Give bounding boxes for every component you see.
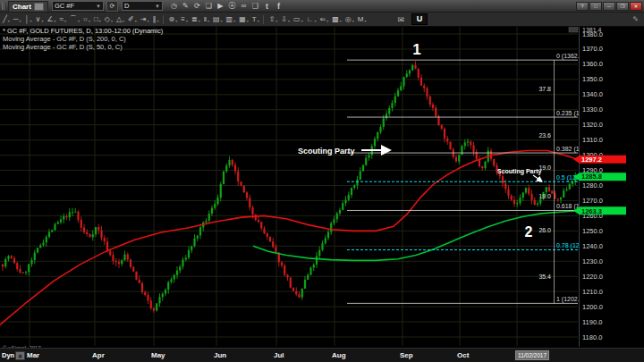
current-date-badge: 11/02/2017 — [515, 350, 549, 360]
tool-caret-icon: ▾ — [326, 19, 328, 24]
triangle-tool[interactable]: △▾ — [115, 14, 125, 24]
vertical-line-tool[interactable]: │▾ — [24, 14, 33, 24]
play-icon[interactable]: ▶ — [215, 2, 226, 10]
link-icon[interactable]: ∞ — [238, 2, 250, 10]
symbol-lookup-icon[interactable]: ⟳ — [106, 1, 118, 12]
interval-combo[interactable]: D ▼ — [122, 1, 163, 11]
price-axis-label: 1200.0 — [582, 303, 603, 311]
pencil-icon[interactable]: ✎ — [180, 2, 191, 10]
time-axis[interactable]: Dyn ▦ 11/02/2017 MarAprMayJunJulAugSepOc… — [0, 348, 644, 362]
horizontal-line-tool-icon: ─ — [13, 15, 19, 24]
grid-tool[interactable]: ▩▾ — [331, 14, 343, 24]
tool-caret-icon: ▾ — [157, 19, 159, 24]
note-tool[interactable]: ✉ — [398, 15, 405, 24]
zigzag-tool[interactable]: ∨▾ — [35, 14, 45, 24]
price-chart[interactable]: 0 (1362.8)0.235 (1325.1)0.382 (1301.5)0.… — [0, 0, 644, 362]
rectangle-tool[interactable]: □▾ — [93, 14, 102, 24]
annotation-text[interactable]: Scouting Party — [298, 147, 355, 156]
pattern-tool[interactable]: M▾ — [357, 14, 368, 24]
wave-tool[interactable]: ≈▾ — [59, 14, 67, 24]
symbol-combo[interactable]: GC #F ▼ — [52, 1, 104, 11]
tool-caret-icon: ▾ — [123, 19, 124, 24]
chart-title: * GC #F, GOLD FUTURES, D, 13:00-12:00 (D… — [3, 27, 163, 35]
toolbar-icons: ◷✎⟳❏▶Ⓐ∞❑tf — [168, 1, 284, 11]
quote-icon[interactable]: ❏ — [203, 2, 215, 10]
tool-caret-icon: ▾ — [8, 19, 10, 24]
tool-caret-icon: ▾ — [78, 19, 80, 24]
maximize-button[interactable]: □ — [589, 2, 602, 11]
chart-tab[interactable]: Chart — [8, 1, 48, 12]
arrow-up-tool[interactable]: ⇧▾ — [268, 14, 279, 24]
tool-caret-icon: ▾ — [275, 19, 277, 24]
minimize-button[interactable]: ─ — [603, 2, 615, 11]
tool-caret-icon: ▾ — [175, 19, 177, 24]
arc-tool[interactable]: ⌒▾ — [69, 14, 80, 24]
close-button[interactable]: ✕ — [630, 2, 642, 11]
axis-settings-icon[interactable] — [569, 26, 578, 32]
fib-circles-tool-icon: ⊛ — [169, 15, 175, 24]
extend-left-tool[interactable]: ⇐▾ — [319, 14, 330, 24]
fib-diff-label: 19.0 — [538, 193, 551, 199]
fib-retracement-tool[interactable]: ≡▾ — [180, 14, 189, 24]
polygon-tool[interactable]: ◇▾ — [104, 14, 114, 24]
fib-circles-tool[interactable]: ⊛▾ — [168, 14, 179, 24]
ellipse-tool-icon: ○ — [83, 15, 88, 24]
month-label-jun: Jun — [214, 351, 226, 359]
angle-tool-icon: ∠ — [47, 15, 53, 24]
gann-grid-tool[interactable]: ≣▾ — [191, 14, 201, 24]
extend-left-tool-icon: ⇐ — [320, 15, 326, 24]
last-price-flag-value: 1285.8 — [581, 173, 602, 181]
ma-200-line[interactable] — [0, 151, 578, 325]
quadrant-lines-tool[interactable]: ▦▾ — [238, 14, 250, 24]
parallel-channel-tool[interactable]: ∥▾ — [152, 14, 160, 24]
annotation-text[interactable]: Scouting Party — [497, 168, 542, 175]
freehand-tool[interactable]: ✐▾ — [127, 14, 138, 24]
help-button[interactable]: ? — [576, 2, 589, 11]
annotation-text[interactable]: 2 — [525, 224, 533, 240]
arc-tool-icon: ⌒ — [70, 15, 77, 24]
pin-icon[interactable]: ✎ — [632, 15, 639, 23]
fib-time-zones-tool[interactable]: ‖▾ — [203, 14, 210, 24]
text-tool[interactable]: T▾ — [251, 14, 260, 24]
underline-button[interactable]: U — [411, 13, 428, 25]
price-axis-label: 1230.0 — [582, 257, 603, 265]
ma200-price-flag-value: 1297.2 — [581, 156, 602, 164]
annotation-text[interactable]: 1 — [412, 41, 420, 58]
fib-extension-tool[interactable]: ⇥▾ — [140, 14, 150, 24]
plot-area[interactable]: 0 (1362.8)0.235 (1325.1)0.382 (1301.5)0.… — [0, 25, 597, 346]
price-axis-label: 1310.0 — [582, 136, 603, 144]
levels-tool[interactable]: ▭▾ — [292, 14, 304, 24]
regression-tool[interactable]: ∟▾ — [306, 14, 318, 24]
twitter-icon[interactable]: t — [261, 2, 273, 11]
pattern-tool-icon: M — [358, 15, 364, 24]
arrow-up-tool-icon: ⇧ — [269, 15, 275, 24]
dyn-mode-button[interactable]: Dyn — [2, 351, 14, 359]
regression-tool-icon: ∟ — [307, 15, 314, 24]
price-axis-label: 1220.0 — [582, 273, 603, 281]
tool-caret-icon: ▾ — [315, 19, 317, 24]
alerts-icon[interactable]: Ⓐ — [226, 1, 238, 11]
calendar-icon[interactable]: ▦ — [15, 351, 25, 360]
trend-line-tool[interactable]: ╱▾ — [2, 14, 11, 24]
raff-channel-tool[interactable]: ▥▾ — [225, 14, 237, 24]
restore-button[interactable]: ❐ — [616, 2, 629, 11]
tool-caret-icon: ▾ — [258, 19, 259, 24]
linear-regression-tool[interactable]: ▤▾ — [212, 14, 224, 24]
fib-retracement-tool-icon: ≡ — [181, 15, 185, 24]
time-icon[interactable]: ◷ — [168, 2, 180, 10]
fib-retracement[interactable]: 0 (1362.8)0.235 (1325.1)0.382 (1301.5)0.… — [347, 53, 597, 304]
horizontal-line-tool[interactable]: ─▾ — [13, 14, 22, 24]
refresh-icon[interactable]: ⟳ — [191, 2, 203, 10]
chat-icon[interactable]: ❑ — [250, 2, 261, 10]
zigzag-tool-icon: ∨ — [36, 15, 41, 24]
ellipse-tool[interactable]: ○▾ — [82, 14, 91, 24]
target-tool[interactable]: ◎▾ — [344, 14, 355, 24]
facebook-icon[interactable]: f — [273, 2, 284, 11]
toolbar-separator — [163, 15, 164, 24]
interval-value: D — [124, 2, 129, 10]
toolbar-grip[interactable] — [2, 2, 5, 10]
arrow-down-tool[interactable]: ⇩▾ — [280, 14, 291, 24]
price-axis-label: 1190.0 — [582, 318, 602, 326]
angle-tool[interactable]: ∠▾ — [46, 14, 56, 24]
price-axis-label: 1370.0 — [582, 45, 603, 53]
